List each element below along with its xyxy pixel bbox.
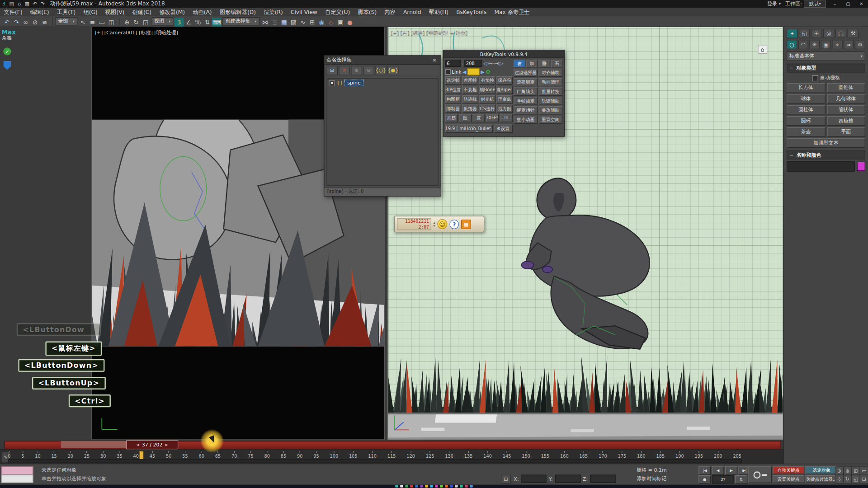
timeline-tick-105[interactable]: 105: [349, 451, 358, 459]
timeline-tick-145[interactable]: 145: [503, 451, 511, 459]
highlight-set-icon[interactable]: {●}: [387, 66, 398, 75]
keyboard-override-icon[interactable]: ⌨: [212, 18, 222, 27]
material-editor-icon[interactable]: ◉: [317, 18, 326, 27]
next-key-icon[interactable]: ▷: [500, 61, 503, 66]
antivirus-status-icon[interactable]: ✓: [3, 47, 11, 55]
redo-icon[interactable]: ↷: [12, 18, 21, 27]
viewcube-home-icon[interactable]: ⌂: [758, 45, 767, 54]
snap-toggle-3d-icon[interactable]: 3: [175, 18, 184, 27]
utilities-tab-icon[interactable]: ⚒: [848, 29, 859, 38]
timeline-tick-205[interactable]: 205: [733, 451, 741, 459]
minimize-button[interactable]: –: [830, 0, 840, 7]
timeline-tick-40[interactable]: 40: [133, 451, 139, 459]
bsk-left-button-0-0[interactable]: 选定帧: [445, 76, 461, 84]
bsk-tab-0[interactable]: 攻: [514, 60, 525, 67]
track-bar[interactable]: ◄ 37 / 202 ►: [0, 440, 783, 449]
taskbar-app-icon-15[interactable]: [470, 485, 473, 488]
align-icon[interactable]: ≣: [270, 18, 279, 27]
taskbar-app-icon-8[interactable]: [435, 485, 438, 488]
bsk-left-button-1-0[interactable]: BIP位置: [445, 86, 461, 94]
time-slider[interactable]: ◄ 37 / 202 ►: [126, 441, 178, 450]
add-selected-icon[interactable]: ⊕: [351, 66, 362, 75]
bsk-left-button-2-0[interactable]: 构图框: [445, 95, 461, 103]
x-field[interactable]: [521, 475, 546, 483]
timeline-tick-110[interactable]: 110: [368, 451, 377, 459]
widget-spinner[interactable]: ▴▾: [434, 221, 435, 228]
bsk-left-button-4-4[interactable]: - ln -: [500, 114, 513, 122]
pan-icon[interactable]: ⊹: [835, 475, 844, 484]
taskbar-app-icon-14[interactable]: [465, 485, 468, 488]
selected-objects-dropdown[interactable]: 选定对象: [806, 466, 838, 474]
menu-item-3[interactable]: 组(G): [80, 8, 101, 16]
timeline-tick-120[interactable]: 120: [406, 451, 415, 459]
bsk-left-button-3-1[interactable]: 振荡器: [462, 104, 478, 113]
login-button[interactable]: 登录▾: [767, 0, 781, 8]
save-file-icon[interactable]: ▦: [23, 0, 31, 7]
bsk-left-button-2-3[interactable]: 浮窗底: [496, 95, 513, 103]
bsk-left-button-3-0[interactable]: 绑制器: [445, 104, 461, 113]
timeline-tick-80[interactable]: 80: [264, 451, 269, 459]
menu-item-2[interactable]: 工具(T): [53, 8, 80, 16]
select-and-move-icon[interactable]: ⊕: [122, 18, 132, 27]
taskbar-app-icon-6[interactable]: [425, 485, 428, 488]
set-key-button[interactable]: 设置关键点: [773, 475, 804, 483]
maxscript-mini-listener-white[interactable]: [1, 475, 33, 483]
smiley-face-icon[interactable]: ☺: [437, 219, 447, 229]
frame-spinner[interactable]: ⇅: [735, 475, 747, 483]
display-tab-icon[interactable]: ▢: [835, 29, 846, 38]
orbit-icon[interactable]: ↻: [843, 475, 852, 484]
menu-item-6[interactable]: 修改器(M): [156, 8, 189, 16]
bsk-left-button-0-2[interactable]: 有负帧: [479, 76, 495, 84]
bind-to-space-warp-icon[interactable]: ≋: [40, 18, 49, 27]
delete-set-icon[interactable]: ✕: [339, 66, 349, 75]
timeline-tick-15[interactable]: 15: [51, 451, 57, 459]
menu-item-7[interactable]: 动画(A): [189, 8, 216, 16]
schematic-view-icon[interactable]: ⊞: [307, 18, 317, 27]
zoom-extents-icon[interactable]: ⊞: [851, 466, 860, 475]
list-item[interactable]: ▪ {} spine: [327, 79, 438, 88]
selection-filter-dropdown[interactable]: 全部▾: [55, 17, 77, 26]
bsk-left-button-0-1[interactable]: 首尾帧: [462, 76, 478, 84]
geometry-category-icon[interactable]: ○: [787, 40, 797, 49]
right-viewport-label[interactable]: [+] [右] [标准] [明暗处理 + 边面]: [391, 29, 467, 37]
timeline-tick-170[interactable]: 170: [599, 451, 607, 459]
bsk-left-button-1-1[interactable]: 不要框: [462, 86, 478, 94]
reference-coordinate-dropdown[interactable]: 视图▾: [151, 17, 173, 26]
taskbar-app-icon-13[interactable]: [460, 485, 463, 488]
transport-button-2[interactable]: ▶: [725, 466, 737, 474]
shapes-category-icon[interactable]: ◠: [798, 40, 808, 49]
taskbar-app-icon-9[interactable]: [440, 485, 443, 488]
timeline-tick-190[interactable]: 190: [675, 451, 684, 459]
textplus-button[interactable]: 加强型文本: [787, 138, 865, 148]
menu-item-4[interactable]: 视图(V): [101, 8, 128, 16]
bsk-left-button-3-2[interactable]: CS选择: [479, 104, 495, 113]
version-button[interactable]: 2019.9 [ miHoYo_Bullet.S ]: [445, 125, 492, 133]
timeline-tick-75[interactable]: 75: [248, 451, 253, 459]
recorder-widget[interactable]: 1184022112:07 ▴▾ ☺ ? ▦: [394, 216, 485, 233]
timeline-tick-185[interactable]: 185: [656, 451, 665, 459]
z-field[interactable]: [590, 475, 615, 483]
bsk-right-button-0-0[interactable]: 过滤选择器: [514, 69, 538, 77]
frame-forward-icon[interactable]: ►: [165, 443, 169, 447]
y-field[interactable]: [555, 475, 580, 483]
taskbar-app-icon-3[interactable]: [410, 485, 413, 488]
menu-item-9[interactable]: 渲染(R): [260, 8, 287, 16]
timeline-tick-65[interactable]: 65: [215, 451, 221, 459]
timeline-tick-10[interactable]: 10: [35, 451, 40, 459]
frame-end-field[interactable]: [464, 60, 482, 67]
timeline-tick-60[interactable]: 60: [199, 451, 204, 459]
undo-icon[interactable]: ↶: [2, 18, 12, 27]
object-type-button-9[interactable]: 平面: [827, 127, 865, 137]
bsk-right-button-5-1[interactable]: 重置空间: [538, 116, 562, 124]
taskbar-app-icon-2[interactable]: [405, 485, 408, 488]
bsk-right-button-0-1[interactable]: 对齐辅助: [538, 69, 562, 77]
menu-item-14[interactable]: Arnold: [399, 9, 425, 15]
menu-item-10[interactable]: Civil View: [287, 9, 321, 15]
timeline-tick-45[interactable]: 45: [150, 451, 155, 459]
bsk-tab-1[interactable]: 加: [526, 60, 538, 67]
select-and-rotate-icon[interactable]: ↻: [132, 18, 141, 27]
auto-key-button[interactable]: 自动关键点: [773, 466, 804, 474]
angle-snap-icon[interactable]: ∠: [184, 18, 193, 27]
bsk-left-button-4-1[interactable]: 图: [459, 114, 472, 122]
settings-button[interactable]: ⚙设置: [494, 125, 513, 133]
